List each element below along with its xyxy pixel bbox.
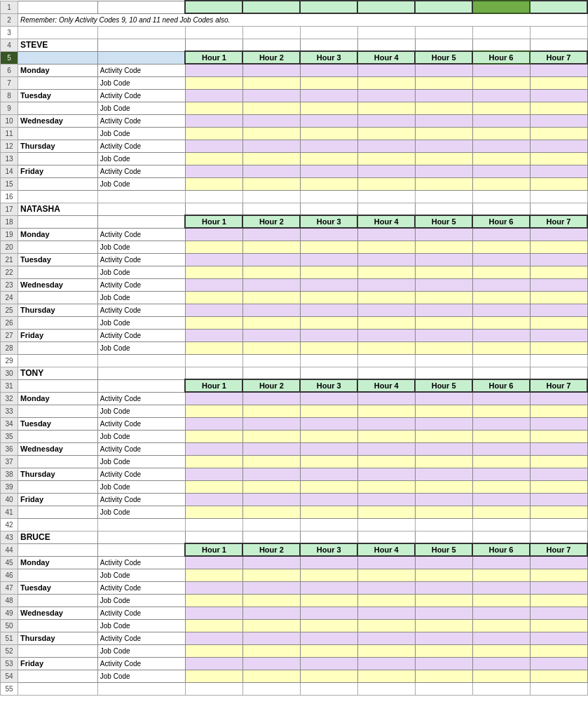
steve-tue-job-h6[interactable] xyxy=(472,102,530,114)
steve-mon-job-h2[interactable] xyxy=(242,76,300,89)
steve-wed-job-h1[interactable] xyxy=(185,127,242,140)
steve-mon-act-h2[interactable] xyxy=(242,64,300,76)
cell-4d[interactable] xyxy=(242,39,300,51)
steve-tue-job-h1[interactable] xyxy=(185,102,242,114)
steve-wed-job-h7[interactable] xyxy=(530,127,587,140)
steve-mon-act-h5[interactable] xyxy=(415,64,472,76)
row-37-tony-wed-job: 37 Job Code xyxy=(1,455,588,468)
steve-fri-job-h3[interactable] xyxy=(300,177,357,190)
steve-thu-job-h2[interactable] xyxy=(242,152,300,165)
cell-3d[interactable] xyxy=(242,26,300,39)
steve-wed-job-h3[interactable] xyxy=(300,127,357,140)
cell-1a[interactable] xyxy=(18,1,98,13)
cell-15a[interactable] xyxy=(18,177,98,190)
steve-mon-job-h4[interactable] xyxy=(357,76,415,89)
steve-fri-act-h2[interactable] xyxy=(242,165,300,177)
steve-wed-job-h2[interactable] xyxy=(242,127,300,140)
row-num-40: 40 xyxy=(1,493,18,506)
steve-thu-act-h3[interactable] xyxy=(300,140,357,152)
steve-thu-act-h1[interactable] xyxy=(185,140,242,152)
steve-wed-act-h4[interactable] xyxy=(357,114,415,127)
steve-mon-job-h5[interactable] xyxy=(415,76,472,89)
steve-tue-act-h2[interactable] xyxy=(242,89,300,102)
steve-thu-act-h6[interactable] xyxy=(472,140,530,152)
cell-4b[interactable] xyxy=(97,39,185,51)
steve-fri-act-h7[interactable] xyxy=(530,165,587,177)
steve-thu-act-h2[interactable] xyxy=(242,140,300,152)
steve-mon-act-h6[interactable] xyxy=(472,64,530,76)
steve-tue-act-h4[interactable] xyxy=(357,89,415,102)
steve-tue-act-h3[interactable] xyxy=(300,89,357,102)
steve-fri-act-h3[interactable] xyxy=(300,165,357,177)
steve-wed-act-h5[interactable] xyxy=(415,114,472,127)
steve-mon-job-h6[interactable] xyxy=(472,76,530,89)
steve-mon-act-h3[interactable] xyxy=(300,64,357,76)
steve-wed-job-h5[interactable] xyxy=(415,127,472,140)
steve-wed-act-h6[interactable] xyxy=(472,114,530,127)
steve-mon-act-h1[interactable] xyxy=(185,64,242,76)
steve-tue-act-h7[interactable] xyxy=(530,89,587,102)
cell-3g[interactable] xyxy=(415,26,472,39)
steve-wed-act-h7[interactable] xyxy=(530,114,587,127)
steve-fri-job-h7[interactable] xyxy=(530,177,587,190)
steve-thu-job-h7[interactable] xyxy=(530,152,587,165)
cell-3a[interactable] xyxy=(18,26,98,39)
steve-fri-act-h1[interactable] xyxy=(185,165,242,177)
row-26-natasha-thu-job: 26 Job Code xyxy=(1,316,588,329)
cell-1b[interactable] xyxy=(97,1,185,13)
steve-thu-job-h1[interactable] xyxy=(185,152,242,165)
steve-fri-act-h6[interactable] xyxy=(472,165,530,177)
steve-tue-act-h1[interactable] xyxy=(185,89,242,102)
steve-thu-act-h5[interactable] xyxy=(415,140,472,152)
steve-fri-job-h6[interactable] xyxy=(472,177,530,190)
cell-11a[interactable] xyxy=(18,127,98,140)
steve-mon-job-h1[interactable] xyxy=(185,76,242,89)
steve-fri-job-h4[interactable] xyxy=(357,177,415,190)
steve-wed-job-h4[interactable] xyxy=(357,127,415,140)
cell-3h[interactable] xyxy=(472,26,530,39)
cell-13a[interactable] xyxy=(18,152,98,165)
steve-wed-act-h2[interactable] xyxy=(242,114,300,127)
steve-tue-job-h4[interactable] xyxy=(357,102,415,114)
cell-4h[interactable] xyxy=(472,39,530,51)
steve-tue-act-h6[interactable] xyxy=(472,89,530,102)
steve-mon-act-h7[interactable] xyxy=(530,64,587,76)
steve-fri-job-h5[interactable] xyxy=(415,177,472,190)
steve-mon-job-h3[interactable] xyxy=(300,76,357,89)
steve-fri-job-h1[interactable] xyxy=(185,177,242,190)
steve-tue-job-h3[interactable] xyxy=(300,102,357,114)
cell-4g[interactable] xyxy=(415,39,472,51)
steve-fri-act-h5[interactable] xyxy=(415,165,472,177)
steve-tue-job-h7[interactable] xyxy=(530,102,587,114)
cell-4e[interactable] xyxy=(300,39,357,51)
steve-wed-act-h1[interactable] xyxy=(185,114,242,127)
cell-3b[interactable] xyxy=(97,26,185,39)
steve-tue-job-h2[interactable] xyxy=(242,102,300,114)
cell-4i[interactable] xyxy=(530,39,587,51)
cell-9a[interactable] xyxy=(18,102,98,114)
steve-fri-act-h4[interactable] xyxy=(357,165,415,177)
cell-3i[interactable] xyxy=(530,26,587,39)
cell-5a[interactable] xyxy=(18,51,98,64)
steve-thu-act-h7[interactable] xyxy=(530,140,587,152)
steve-tue-act-h5[interactable] xyxy=(415,89,472,102)
steve-thu-job-h6[interactable] xyxy=(472,152,530,165)
steve-thu-job-h5[interactable] xyxy=(415,152,472,165)
steve-mon-act-h4[interactable] xyxy=(357,64,415,76)
steve-mon-job-h7[interactable] xyxy=(530,76,587,89)
steve-thu-job-h3[interactable] xyxy=(300,152,357,165)
cell-7a[interactable] xyxy=(18,76,98,89)
steve-wed-job-h6[interactable] xyxy=(472,127,530,140)
cell-4c[interactable] xyxy=(185,39,242,51)
cell-3e[interactable] xyxy=(300,26,357,39)
steve-thu-act-h4[interactable] xyxy=(357,140,415,152)
steve-tue-job-h5[interactable] xyxy=(415,102,472,114)
steve-fri-job-h2[interactable] xyxy=(242,177,300,190)
cell-5b[interactable] xyxy=(97,51,185,64)
cell-3f[interactable] xyxy=(357,26,415,39)
steve-thu-job-h4[interactable] xyxy=(357,152,415,165)
row-num-44: 44 xyxy=(1,543,18,556)
cell-3c[interactable] xyxy=(185,26,242,39)
steve-wed-act-h3[interactable] xyxy=(300,114,357,127)
cell-4f[interactable] xyxy=(357,39,415,51)
